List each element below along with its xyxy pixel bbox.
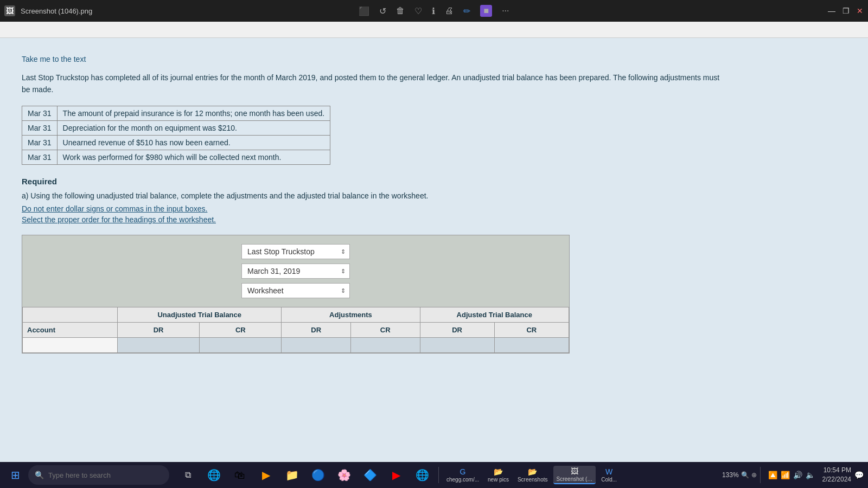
- worksheet-header: Last Stop Truckstop March 31, 2019 Works…: [22, 235, 569, 307]
- adjustment-date: Mar 31: [22, 150, 58, 164]
- adjustments-table: Mar 31 The amount of prepaid insurance i…: [22, 106, 330, 165]
- taskbar-clock[interactable]: 10:54 PM 2/22/2024: [822, 466, 851, 484]
- col-adjbal-cr: CR: [494, 322, 569, 337]
- close-button[interactable]: ✕: [856, 7, 864, 15]
- taskbar-app-youtube[interactable]: ▶: [384, 464, 408, 486]
- col-adj-cr: CR: [350, 322, 420, 337]
- adjustment-row: Mar 31 Unearned revenue of $510 has now …: [22, 135, 330, 150]
- clock-date: 2/22/2024: [822, 475, 851, 484]
- newpics-label: new pics: [488, 477, 509, 483]
- zoom-indicator: 133% 🔍 ⊕: [722, 471, 757, 479]
- toolbar-btn-1[interactable]: ⬛: [359, 6, 369, 16]
- app-icon: 🖼: [4, 5, 15, 16]
- toolbar-btn-3[interactable]: 🗑: [396, 6, 405, 16]
- screenshot-png-label: Screenshot (…: [557, 476, 593, 482]
- titlebar-toolbar: ⬛ ↺ 🗑 ♡ ℹ 🖨 ✏ ■ ···: [291, 5, 577, 17]
- type-select-wrapper: Worksheet: [241, 283, 350, 298]
- adjustment-row: Mar 31 Depreciation for the month on equ…: [22, 120, 330, 135]
- type-dropdown[interactable]: Worksheet: [241, 283, 350, 298]
- taskbar-app-files[interactable]: 📁: [280, 464, 304, 486]
- taskbar-right: 133% 🔍 ⊕ 🔼 📶 🔊 🔈 10:54 PM 2/22/2024 💬: [722, 466, 864, 484]
- adjustment-description: The amount of prepaid insurance is for 1…: [57, 106, 330, 120]
- volume-icon: 🔊: [793, 471, 802, 479]
- toolbar-btn-4[interactable]: ♡: [414, 6, 422, 16]
- account-name-cell: [23, 337, 118, 352]
- minimize-button[interactable]: —: [828, 7, 835, 15]
- adjustment-date: Mar 31: [22, 120, 58, 135]
- taskbar-running-screenshot-png[interactable]: 🖼 Screenshot (…: [553, 466, 596, 484]
- zoom-in-icon[interactable]: ⊕: [751, 471, 757, 479]
- adjustment-description: Unearned revenue of $510 has now been ea…: [57, 135, 330, 150]
- taskbar-search-box[interactable]: 🔍: [28, 465, 169, 485]
- col-unadj-dr: DR: [118, 322, 200, 337]
- adjustment-row: Mar 31 Work was performed for $980 which…: [22, 150, 330, 164]
- adjustment-date: Mar 31: [22, 106, 58, 120]
- taskbar-app-blue1[interactable]: 🔵: [306, 464, 330, 486]
- taskbar: ⊞ 🔍 ⧉ 🌐 🛍 ▶ 📁 🔵 🌸 🔷 ▶: [0, 462, 868, 488]
- instruction-a: a) Using the following unadjusted trial …: [22, 191, 618, 200]
- taskbar-running-chegg[interactable]: G chegg.com/...: [443, 466, 482, 484]
- screenshots-label: Screenshots: [518, 477, 548, 483]
- taskbar-separator: [438, 467, 439, 483]
- taskbar-running-newpics[interactable]: 📂 new pics: [484, 466, 512, 484]
- company-dropdown[interactable]: Last Stop Truckstop: [241, 244, 350, 259]
- intro-text: Last Stop Truckstop has completed all of…: [22, 72, 727, 96]
- header-selects: Last Stop Truckstop March 31, 2019 Works…: [22, 235, 569, 307]
- cold-label: Cold...: [601, 477, 617, 483]
- zoom-out-icon[interactable]: 🔍: [741, 471, 749, 479]
- main-content: Take me to the text Last Stop Truckstop …: [0, 38, 868, 462]
- taskbar-app-blue2[interactable]: 🔷: [358, 464, 382, 486]
- search-input[interactable]: [48, 471, 157, 479]
- notification-icon[interactable]: 💬: [854, 471, 864, 479]
- speaker-icon: 🔈: [806, 471, 815, 479]
- chegg-label: chegg.com/...: [446, 477, 479, 483]
- toolbar-btn-2[interactable]: ↺: [379, 6, 386, 16]
- adjustment-row: Mar 31 The amount of prepaid insurance i…: [22, 106, 330, 120]
- adjustment-date: Mar 31: [22, 135, 58, 150]
- unadj-dr-cell[interactable]: [118, 337, 200, 352]
- take-me-link[interactable]: Take me to the text: [22, 55, 86, 63]
- taskbar-app-task-view[interactable]: ⧉: [176, 464, 200, 486]
- window-title: Screenshot (1046).png: [21, 7, 92, 15]
- unadj-cr-cell[interactable]: [200, 337, 282, 352]
- worksheet-container: Last Stop Truckstop March 31, 2019 Works…: [22, 235, 570, 354]
- taskbar-running-screenshots[interactable]: 📂 Screenshots: [514, 466, 551, 484]
- zoom-value: 133%: [722, 471, 739, 479]
- adjustment-description: Depreciation for the month on equipment …: [57, 120, 330, 135]
- date-dropdown[interactable]: March 31, 2019: [241, 264, 350, 279]
- taskbar-app-chrome[interactable]: 🌐: [410, 464, 434, 486]
- maximize-button[interactable]: ❐: [842, 7, 850, 15]
- titlebar-left: 🖼 Screenshot (1046).png: [4, 5, 291, 16]
- adj-cr-cell[interactable]: [350, 337, 420, 352]
- battery-icon: 🔼: [768, 471, 777, 479]
- titlebar: 🖼 Screenshot (1046).png ⬛ ↺ 🗑 ♡ ℹ 🖨 ✏ ■ …: [0, 0, 868, 22]
- col-unadj-cr: CR: [200, 322, 282, 337]
- taskbar-app-media[interactable]: ▶: [254, 464, 278, 486]
- no-dollar-link[interactable]: Do not enter dollar signs or commas in t…: [22, 204, 846, 213]
- taskbar-app-sakura[interactable]: 🌸: [332, 464, 356, 486]
- toolbar-more[interactable]: ···: [502, 6, 509, 16]
- toolbar-btn-6[interactable]: 🖨: [445, 6, 454, 16]
- toolbar-btn-5[interactable]: ℹ: [432, 6, 435, 16]
- toolbar-btn-8[interactable]: ■: [480, 5, 492, 17]
- company-select-wrapper: Last Stop Truckstop: [241, 244, 350, 259]
- date-select-wrapper: March 31, 2019: [241, 264, 350, 279]
- toolbar-strip: [0, 22, 868, 38]
- col-adjbal-dr: DR: [420, 322, 494, 337]
- clock-time: 10:54 PM: [822, 466, 851, 475]
- col-adjustments-header: Adjustments: [282, 307, 420, 322]
- taskbar-app-icons: ⧉ 🌐 🛍 ▶ 📁 🔵 🌸 🔷 ▶ 🌐: [171, 464, 720, 486]
- taskbar-app-store[interactable]: 🛍: [228, 464, 252, 486]
- adj-dr-cell[interactable]: [282, 337, 351, 352]
- col-account-sub: Account: [23, 322, 118, 337]
- toolbar-btn-7[interactable]: ✏: [463, 6, 470, 16]
- taskbar-app-edge[interactable]: 🌐: [202, 464, 226, 486]
- adjbal-cr-cell[interactable]: [494, 337, 569, 352]
- select-order-link[interactable]: Select the proper order for the headings…: [22, 215, 846, 224]
- taskbar-running-cold[interactable]: W Cold...: [598, 466, 620, 484]
- adjustment-description: Work was performed for $980 which will b…: [57, 150, 330, 164]
- col-adjusted-header: Adjusted Trial Balance: [420, 307, 569, 322]
- start-button[interactable]: ⊞: [4, 464, 26, 486]
- col-unadjusted-header: Unadjusted Trial Balance: [118, 307, 282, 322]
- adjbal-dr-cell[interactable]: [420, 337, 494, 352]
